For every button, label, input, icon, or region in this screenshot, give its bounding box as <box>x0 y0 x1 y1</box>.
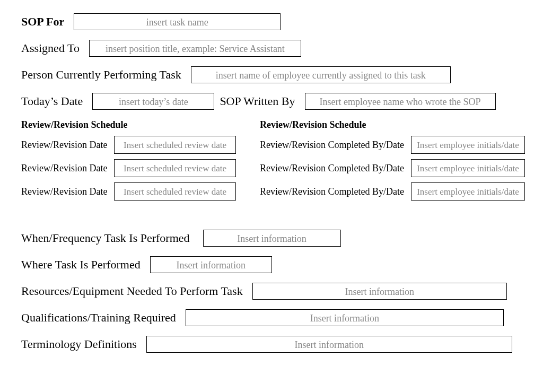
label-written-by: SOP Written By <box>220 94 295 108</box>
input-sop-for[interactable]: insert task name <box>74 13 281 30</box>
row-terminology: Terminology Definitions Insert informati… <box>21 336 543 353</box>
review-date-label-3: Review/Revision Date <box>21 186 114 197</box>
review-date-input-3[interactable]: Insert scheduled review date <box>114 182 236 201</box>
label-where: Where Task Is Performed <box>21 258 141 272</box>
label-resources: Resources/Equipment Needed To Perform Ta… <box>21 284 243 298</box>
row-where: Where Task Is Performed Insert informati… <box>21 256 543 273</box>
review-completed-input-2[interactable]: Insert employee initials/date <box>411 159 525 177</box>
input-person-performing[interactable]: insert name of employee currently assign… <box>191 66 451 83</box>
review-completed-column: Review/Revision Schedule Review/Revision… <box>260 119 536 206</box>
review-date-header: Review/Revision Schedule <box>21 119 249 130</box>
label-assigned-to: Assigned To <box>21 41 80 55</box>
review-completed-input-1[interactable]: Insert employee initials/date <box>411 136 525 154</box>
row-when-frequency: When/Frequency Task Is Performed Insert … <box>21 230 543 247</box>
input-written-by[interactable]: Insert employee name who wrote the SOP <box>305 93 496 110</box>
review-completed-header: Review/Revision Schedule <box>260 119 536 130</box>
row-date-written-by: Today’s Date insert today’s date SOP Wri… <box>21 93 543 110</box>
review-revision-section: Review/Revision Schedule Review/Revision… <box>21 119 543 206</box>
review-completed-label-1: Review/Revision Completed By/Date <box>260 140 411 151</box>
label-person-performing: Person Currently Performing Task <box>21 68 181 82</box>
row-resources: Resources/Equipment Needed To Perform Ta… <box>21 283 543 300</box>
input-when-frequency[interactable]: Insert information <box>203 230 341 247</box>
review-completed-row-2: Review/Revision Completed By/Date Insert… <box>260 159 536 177</box>
row-sop-for: SOP For insert task name <box>21 13 543 30</box>
review-date-row-3: Review/Revision Date Insert scheduled re… <box>21 182 249 201</box>
review-date-input-2[interactable]: Insert scheduled review date <box>114 159 236 177</box>
task-details-section: When/Frequency Task Is Performed Insert … <box>21 230 543 353</box>
row-person-performing: Person Currently Performing Task insert … <box>21 66 543 83</box>
input-where[interactable]: Insert information <box>150 256 272 273</box>
review-date-column: Review/Revision Schedule Review/Revision… <box>21 119 249 206</box>
review-date-row-2: Review/Revision Date Insert scheduled re… <box>21 159 249 177</box>
row-qualifications: Qualifications/Training Required Insert … <box>21 309 543 326</box>
review-date-label-1: Review/Revision Date <box>21 140 114 151</box>
label-qualifications: Qualifications/Training Required <box>21 311 176 325</box>
review-date-label-2: Review/Revision Date <box>21 163 114 174</box>
input-terminology[interactable]: Insert information <box>146 336 512 353</box>
review-completed-input-3[interactable]: Insert employee initials/date <box>411 182 525 201</box>
review-completed-row-1: Review/Revision Completed By/Date Insert… <box>260 136 536 154</box>
label-todays-date: Today’s Date <box>21 94 83 108</box>
review-completed-label-3: Review/Revision Completed By/Date <box>260 186 411 197</box>
input-resources[interactable]: Insert information <box>252 283 507 300</box>
label-terminology: Terminology Definitions <box>21 337 137 351</box>
review-completed-label-2: Review/Revision Completed By/Date <box>260 163 411 174</box>
input-qualifications[interactable]: Insert information <box>186 309 504 326</box>
review-completed-row-3: Review/Revision Completed By/Date Insert… <box>260 182 536 201</box>
label-when-frequency: When/Frequency Task Is Performed <box>21 231 190 245</box>
review-date-row-1: Review/Revision Date Insert scheduled re… <box>21 136 249 154</box>
input-todays-date[interactable]: insert today’s date <box>92 93 214 110</box>
review-date-input-1[interactable]: Insert scheduled review date <box>114 136 236 154</box>
input-assigned-to[interactable]: insert position title, example: Service … <box>89 40 301 57</box>
row-assigned-to: Assigned To insert position title, examp… <box>21 40 543 57</box>
label-sop-for: SOP For <box>21 15 64 29</box>
